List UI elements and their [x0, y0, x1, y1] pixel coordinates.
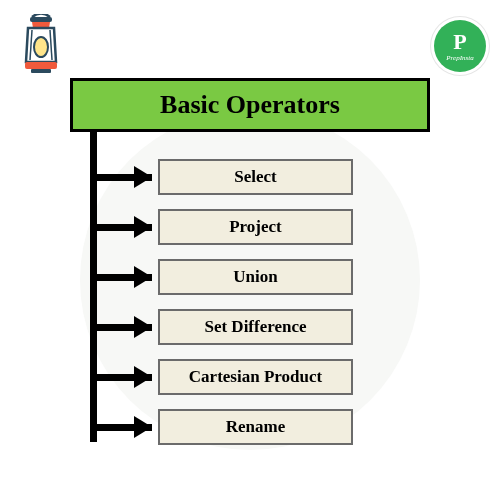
- operator-box: Union: [158, 259, 353, 295]
- branch-line: [90, 424, 152, 431]
- operator-row: Rename: [90, 402, 353, 452]
- operator-list: Select Project Union Set Difference Cart…: [90, 152, 353, 452]
- arrow-icon: [134, 166, 154, 188]
- operator-label: Cartesian Product: [189, 367, 322, 387]
- branch-line: [90, 274, 152, 281]
- branch-line: [90, 324, 152, 331]
- operator-label: Select: [234, 167, 276, 187]
- operator-label: Rename: [226, 417, 285, 437]
- branch-line: [90, 224, 152, 231]
- operator-box: Select: [158, 159, 353, 195]
- operator-box: Set Difference: [158, 309, 353, 345]
- arrow-icon: [134, 316, 154, 338]
- operator-row: Cartesian Product: [90, 352, 353, 402]
- operator-label: Union: [233, 267, 277, 287]
- svg-marker-9: [134, 316, 152, 338]
- svg-line-2: [50, 30, 52, 60]
- operator-box: Rename: [158, 409, 353, 445]
- svg-marker-6: [134, 166, 152, 188]
- operator-row: Select: [90, 152, 353, 202]
- brand-letter: P: [453, 31, 466, 53]
- svg-marker-11: [134, 416, 152, 438]
- title-text: Basic Operators: [160, 90, 340, 120]
- branch-line: [90, 374, 152, 381]
- arrow-icon: [134, 366, 154, 388]
- operator-label: Project: [229, 217, 282, 237]
- title-box: Basic Operators: [70, 78, 430, 132]
- arrow-icon: [134, 416, 154, 438]
- operator-row: Set Difference: [90, 302, 353, 352]
- operator-label: Set Difference: [204, 317, 306, 337]
- lantern-icon: [18, 14, 64, 78]
- operator-box: Cartesian Product: [158, 359, 353, 395]
- arrow-icon: [134, 216, 154, 238]
- svg-line-1: [30, 30, 32, 60]
- brand-badge: P PrepInsta: [434, 20, 486, 72]
- svg-point-3: [34, 37, 48, 57]
- svg-marker-7: [134, 216, 152, 238]
- svg-rect-0: [30, 17, 52, 22]
- svg-marker-8: [134, 266, 152, 288]
- branch-line: [90, 174, 152, 181]
- svg-marker-10: [134, 366, 152, 388]
- svg-rect-4: [25, 62, 57, 69]
- arrow-icon: [134, 266, 154, 288]
- operator-row: Union: [90, 252, 353, 302]
- brand-subtitle: PrepInsta: [446, 54, 473, 62]
- svg-rect-5: [31, 69, 51, 73]
- operator-row: Project: [90, 202, 353, 252]
- operator-box: Project: [158, 209, 353, 245]
